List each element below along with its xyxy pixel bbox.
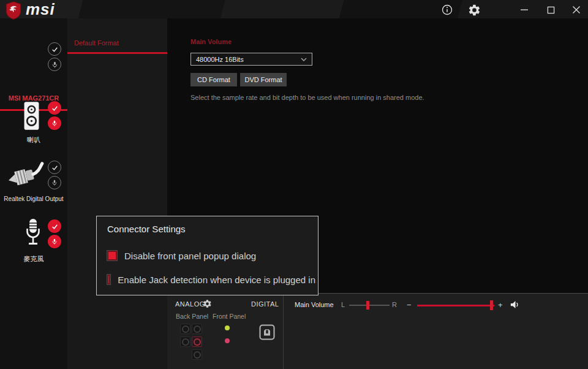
analog-section-label: ANALOG bbox=[175, 300, 205, 308]
sample-rate-value: 48000Hz 16Bits bbox=[196, 56, 301, 63]
option-label: Enable Jack detection when device is plu… bbox=[118, 275, 315, 285]
microphone-device-icon bbox=[24, 218, 42, 252]
balance-left-label: L bbox=[341, 301, 345, 308]
speaker-device-icon bbox=[23, 101, 40, 131]
front-panel-lineout-jack-icon[interactable] bbox=[225, 325, 230, 330]
communication-device-badge-mic-icon bbox=[48, 235, 61, 248]
settings-gear-icon[interactable] bbox=[466, 2, 482, 18]
checkbox-checked-icon[interactable] bbox=[107, 275, 110, 284]
sample-rate-dropdown[interactable]: 48000Hz 16Bits bbox=[190, 53, 312, 66]
checkbox-checked-icon[interactable] bbox=[107, 251, 117, 261]
msi-shield-logo bbox=[5, 1, 22, 20]
tab-column: Default Format bbox=[67, 18, 167, 369]
digital-output-device-label: Realtek Digital Output bbox=[0, 196, 67, 202]
optical-connector-icon[interactable] bbox=[259, 324, 275, 340]
volume-decrease-button[interactable]: − bbox=[407, 300, 412, 310]
front-panel-label: Front Panel bbox=[213, 313, 246, 320]
balance-right-label: R bbox=[392, 301, 397, 308]
rca-plug-icon bbox=[6, 159, 47, 192]
default-device-badge-check-icon bbox=[48, 101, 61, 115]
dvd-format-button[interactable]: DVD Format bbox=[240, 73, 287, 86]
back-panel-jack-icon[interactable] bbox=[180, 337, 190, 347]
back-panel-label: Back Panel bbox=[176, 313, 208, 320]
info-icon[interactable] bbox=[439, 2, 455, 18]
volume-slider-handle[interactable] bbox=[490, 300, 493, 310]
output-footer: ANALOG DIGITAL Back Panel Front Panel Ma… bbox=[167, 293, 588, 369]
default-device-badge-check-icon bbox=[48, 219, 61, 233]
set-default-check-icon[interactable] bbox=[48, 42, 61, 56]
section-heading: Main Volume bbox=[190, 38, 232, 45]
option-disable-front-panel-popup[interactable]: Disable front panel popup dialog bbox=[107, 249, 315, 262]
back-panel-jack-active-icon[interactable] bbox=[192, 337, 202, 347]
option-label: Disable front panel popup dialog bbox=[124, 251, 256, 261]
device-sidebar: MSI MAG271CR 喇叭 bbox=[0, 18, 67, 369]
microphone-device-label: 麥克風 bbox=[0, 254, 67, 264]
communication-device-badge-mic-icon bbox=[48, 176, 61, 189]
tab-accent-underline bbox=[67, 52, 167, 54]
back-panel-jack-icon[interactable] bbox=[192, 324, 202, 334]
titlebar: msi bbox=[0, 0, 588, 18]
footer-volume-label: Main Volume bbox=[295, 301, 334, 308]
digital-section-label: DIGITAL bbox=[251, 300, 279, 308]
footer-divider bbox=[283, 294, 284, 369]
app-window: msi MSI MAG271CR bbox=[0, 0, 588, 369]
back-panel-jack-icon[interactable] bbox=[180, 324, 190, 334]
cd-format-button[interactable]: CD Format bbox=[190, 73, 237, 86]
set-communication-mic-icon[interactable] bbox=[48, 58, 61, 71]
analog-gear-icon[interactable] bbox=[203, 299, 212, 311]
dialog-title: Connector Settings bbox=[107, 224, 186, 234]
connector-settings-dialog: Connector Settings Disable front panel p… bbox=[96, 216, 318, 295]
chevron-down-icon bbox=[301, 58, 307, 61]
balance-slider-handle[interactable] bbox=[366, 301, 369, 310]
close-icon[interactable] bbox=[568, 2, 584, 18]
speaker-device-label: 喇叭 bbox=[0, 135, 67, 145]
communication-device-badge-mic-icon bbox=[48, 116, 61, 130]
balance-slider-track[interactable] bbox=[349, 305, 390, 306]
tab-default-format[interactable]: Default Format bbox=[74, 39, 119, 47]
speaker-volume-icon[interactable] bbox=[510, 300, 521, 311]
minimize-icon[interactable] bbox=[516, 2, 532, 18]
default-device-badge-check-icon bbox=[48, 161, 61, 174]
volume-increase-button[interactable]: + bbox=[498, 300, 503, 310]
volume-slider-track[interactable] bbox=[417, 305, 494, 306]
option-enable-jack-detection[interactable]: Enable Jack detection when device is plu… bbox=[107, 273, 315, 286]
front-panel-mic-jack-icon[interactable] bbox=[225, 338, 230, 343]
maximize-icon[interactable] bbox=[543, 2, 559, 18]
sample-rate-description: Select the sample rate and bit depth to … bbox=[190, 94, 424, 101]
back-panel-jack-icon[interactable] bbox=[192, 349, 202, 360]
msi-wordmark: msi bbox=[26, 0, 55, 18]
